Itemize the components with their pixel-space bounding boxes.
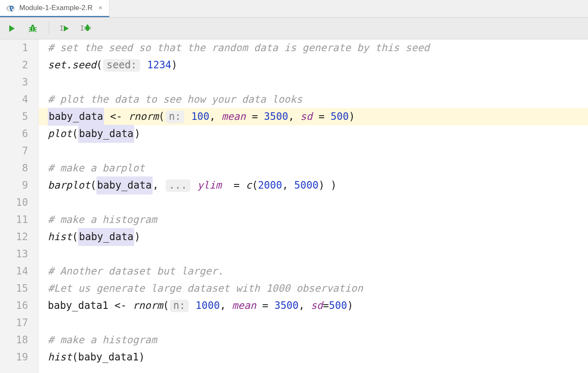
code-token: sd [300, 108, 312, 125]
code-line[interactable]: # set the seed so that the random data i… [48, 39, 588, 57]
debug-selection-button[interactable]: I [80, 23, 92, 34]
code-token [141, 57, 147, 74]
toolbar: I I [0, 18, 588, 39]
code-token: # Another dataset but larger. [48, 263, 224, 280]
code-token: hist [48, 349, 72, 366]
line-number: 6 [0, 125, 28, 142]
code-token: ( [163, 297, 169, 314]
line-number: 19 [0, 349, 28, 366]
line-number: 17 [0, 314, 28, 332]
inline-hint: n: [170, 300, 189, 312]
inline-hint: n: [166, 111, 185, 123]
code-token: ( [72, 349, 78, 366]
code-line[interactable]: # make a histogram [48, 211, 588, 228]
line-number: 10 [0, 194, 28, 211]
code-token: 500 [330, 108, 349, 125]
line-number: 12 [0, 228, 28, 246]
code-line[interactable]: baby_data1 <- rnorm(n: 1000, mean = 3500… [48, 297, 588, 314]
line-number: 1 [0, 39, 28, 57]
code-token: ( [90, 177, 96, 194]
highlighted-variable: baby_data [78, 125, 134, 143]
code-token: # make a histogram [48, 332, 157, 349]
code-token: sd [311, 297, 323, 314]
highlighted-variable: baby_data [48, 108, 104, 126]
code-token: ( [72, 125, 78, 142]
code-token: ) [347, 297, 353, 314]
code-token: = [323, 297, 329, 314]
code-line[interactable]: baby_data <- rnorm(n: 100, mean = 3500, … [39, 108, 588, 125]
code-token: = [312, 108, 330, 125]
code-token: rnorm [133, 297, 163, 314]
line-number: 2 [0, 57, 28, 74]
code-token: ) ) [318, 177, 336, 194]
run-selection-button[interactable]: I [59, 23, 71, 34]
code-token: barplot [48, 177, 90, 194]
code-token: # make a barplot [48, 160, 145, 177]
code-token: , [153, 177, 165, 194]
code-editor[interactable]: 12345678910111213141516171819 # set the … [0, 39, 588, 373]
code-token: = [256, 297, 274, 314]
code-token: # make a histogram [48, 211, 157, 228]
code-token: = [246, 108, 264, 125]
code-token: , [299, 297, 311, 314]
code-token: ) [134, 228, 140, 246]
line-number: 15 [0, 280, 28, 297]
r-logo-icon [6, 3, 15, 13]
toolbar-separator [49, 22, 49, 35]
code-line[interactable]: # make a barplot [48, 160, 588, 177]
code-token: 500 [329, 297, 347, 314]
svg-text:I: I [60, 24, 64, 32]
file-tab[interactable]: Module-1-Example-2.R × [0, 0, 109, 17]
code-line[interactable]: #Let us generate large dataset with 1000… [48, 280, 588, 297]
tab-bar: Module-1-Example-2.R × [0, 0, 588, 18]
line-number: 3 [0, 74, 28, 91]
code-line[interactable] [48, 74, 588, 91]
line-number-gutter: 12345678910111213141516171819 [0, 39, 39, 373]
code-token: , [282, 177, 294, 194]
code-token: baby_data1 [48, 297, 109, 314]
code-line[interactable]: hist(baby_data1) [48, 349, 588, 366]
code-area[interactable]: # set the seed so that the random data i… [39, 39, 588, 373]
highlighted-variable: baby_data [96, 176, 153, 194]
code-token [190, 297, 195, 314]
tab-filename: Module-1-Example-2.R [19, 4, 93, 12]
code-line[interactable]: # Another dataset but larger. [48, 263, 588, 280]
code-token: 5000 [294, 177, 319, 194]
close-icon[interactable]: × [97, 4, 104, 12]
line-number: 5 [0, 108, 28, 125]
code-token: , [209, 108, 221, 125]
code-line[interactable] [48, 194, 588, 211]
code-token: <- [109, 297, 133, 314]
code-line[interactable]: hist(baby_data) [48, 228, 588, 246]
code-token: plot [48, 125, 72, 142]
code-line[interactable] [48, 142, 588, 160]
code-token: ( [252, 177, 258, 194]
line-number: 9 [0, 177, 28, 194]
code-token: ( [96, 57, 102, 74]
highlighted-variable: baby_data [78, 228, 134, 246]
code-token: , [220, 297, 232, 314]
line-number: 18 [0, 332, 28, 349]
code-line[interactable]: plot(baby_data) [48, 125, 588, 142]
code-token: # set the seed so that the random data i… [48, 39, 429, 57]
svg-line-8 [35, 27, 37, 28]
code-line[interactable]: set.seed(seed: 1234) [48, 57, 588, 74]
run-button[interactable] [6, 23, 18, 34]
svg-line-5 [29, 27, 31, 28]
code-token: 1000 [195, 297, 220, 314]
code-line[interactable] [48, 246, 588, 263]
code-token: 2000 [258, 177, 282, 194]
code-token: ) [349, 108, 355, 125]
code-line[interactable] [48, 314, 588, 332]
code-token: <- [104, 108, 128, 125]
line-number: 11 [0, 211, 28, 228]
code-line[interactable]: # make a histogram [48, 332, 588, 349]
svg-line-7 [29, 31, 31, 32]
code-token: 100 [191, 108, 209, 125]
code-line[interactable]: barplot(baby_data, ... ylim = c(2000, 50… [48, 177, 588, 194]
debug-button[interactable] [27, 23, 39, 34]
code-line[interactable]: # plot the data to see how your data loo… [48, 91, 588, 108]
svg-line-17 [89, 27, 91, 28]
code-token: set.seed [48, 57, 96, 74]
code-token: 1234 [147, 57, 172, 74]
